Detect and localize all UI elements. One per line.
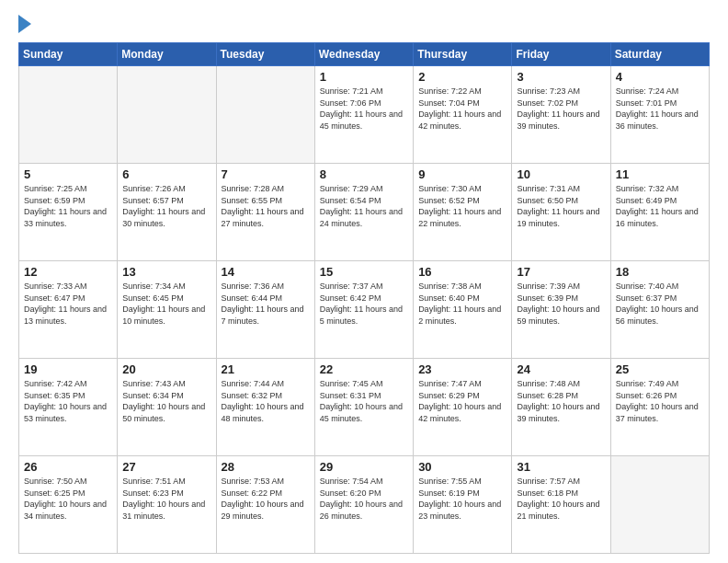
calendar-cell: 25Sunrise: 7:49 AM Sunset: 6:26 PM Dayli… [610,359,709,456]
day-number: 27 [122,460,210,474]
logo-icon [18,15,31,33]
calendar-cell: 31Sunrise: 7:57 AM Sunset: 6:18 PM Dayli… [512,456,610,554]
day-number: 12 [24,265,112,279]
calendar-cell: 10Sunrise: 7:31 AM Sunset: 6:50 PM Dayli… [512,164,610,261]
calendar-cell: 13Sunrise: 7:34 AM Sunset: 6:45 PM Dayli… [118,261,216,359]
calendar-cell: 3Sunrise: 7:23 AM Sunset: 7:02 PM Daylig… [512,66,610,164]
day-info: Sunrise: 7:54 AM Sunset: 6:20 PM Dayligh… [320,476,408,522]
calendar-header-row: SundayMondayTuesdayWednesdayThursdayFrid… [19,43,710,66]
calendar-cell: 22Sunrise: 7:45 AM Sunset: 6:31 PM Dayli… [314,359,413,456]
calendar-cell: 28Sunrise: 7:53 AM Sunset: 6:22 PM Dayli… [216,456,314,554]
day-number: 20 [122,362,210,376]
day-number: 1 [320,70,408,84]
calendar-cell: 2Sunrise: 7:22 AM Sunset: 7:04 PM Daylig… [414,66,512,164]
calendar-cell: 7Sunrise: 7:28 AM Sunset: 6:55 PM Daylig… [216,164,314,261]
day-info: Sunrise: 7:55 AM Sunset: 6:19 PM Dayligh… [418,476,506,522]
day-number: 15 [320,265,408,279]
day-info: Sunrise: 7:57 AM Sunset: 6:18 PM Dayligh… [517,476,605,522]
day-info: Sunrise: 7:44 AM Sunset: 6:32 PM Dayligh… [222,378,310,424]
calendar-cell: 5Sunrise: 7:25 AM Sunset: 6:59 PM Daylig… [19,164,118,261]
day-number: 13 [122,265,210,279]
calendar-week-row: 26Sunrise: 7:50 AM Sunset: 6:25 PM Dayli… [19,456,710,554]
day-info: Sunrise: 7:22 AM Sunset: 7:04 PM Dayligh… [418,86,506,132]
calendar-header-sunday: Sunday [19,43,118,66]
logo [18,15,35,33]
calendar-cell: 4Sunrise: 7:24 AM Sunset: 7:01 PM Daylig… [610,66,709,164]
calendar-cell: 17Sunrise: 7:39 AM Sunset: 6:39 PM Dayli… [512,261,610,359]
calendar-cell: 21Sunrise: 7:44 AM Sunset: 6:32 PM Dayli… [216,359,314,456]
calendar-cell: 12Sunrise: 7:33 AM Sunset: 6:47 PM Dayli… [19,261,118,359]
day-number: 14 [222,265,310,279]
calendar-cell: 14Sunrise: 7:36 AM Sunset: 6:44 PM Dayli… [216,261,314,359]
day-info: Sunrise: 7:26 AM Sunset: 6:57 PM Dayligh… [122,183,210,229]
calendar-cell: 6Sunrise: 7:26 AM Sunset: 6:57 PM Daylig… [118,164,216,261]
calendar-cell: 16Sunrise: 7:38 AM Sunset: 6:40 PM Dayli… [414,261,512,359]
day-number: 22 [320,362,408,376]
day-info: Sunrise: 7:33 AM Sunset: 6:47 PM Dayligh… [24,281,112,327]
day-info: Sunrise: 7:47 AM Sunset: 6:29 PM Dayligh… [418,378,506,424]
day-number: 5 [24,167,112,181]
day-info: Sunrise: 7:53 AM Sunset: 6:22 PM Dayligh… [222,476,310,522]
day-number: 10 [517,167,605,181]
day-info: Sunrise: 7:38 AM Sunset: 6:40 PM Dayligh… [418,281,506,327]
day-info: Sunrise: 7:29 AM Sunset: 6:54 PM Dayligh… [320,183,408,229]
calendar-week-row: 5Sunrise: 7:25 AM Sunset: 6:59 PM Daylig… [19,164,710,261]
calendar-cell [118,66,216,164]
day-info: Sunrise: 7:31 AM Sunset: 6:50 PM Dayligh… [517,183,605,229]
calendar-cell: 23Sunrise: 7:47 AM Sunset: 6:29 PM Dayli… [414,359,512,456]
page: SundayMondayTuesdayWednesdayThursdayFrid… [0,0,728,563]
calendar-cell: 19Sunrise: 7:42 AM Sunset: 6:35 PM Dayli… [19,359,118,456]
day-number: 2 [418,70,506,84]
day-info: Sunrise: 7:36 AM Sunset: 6:44 PM Dayligh… [222,281,310,327]
day-info: Sunrise: 7:40 AM Sunset: 6:37 PM Dayligh… [616,281,704,327]
calendar-cell: 30Sunrise: 7:55 AM Sunset: 6:19 PM Dayli… [414,456,512,554]
day-number: 31 [517,460,605,474]
day-number: 11 [616,167,704,181]
calendar-cell: 24Sunrise: 7:48 AM Sunset: 6:28 PM Dayli… [512,359,610,456]
calendar-cell: 8Sunrise: 7:29 AM Sunset: 6:54 PM Daylig… [314,164,413,261]
calendar-cell: 27Sunrise: 7:51 AM Sunset: 6:23 PM Dayli… [118,456,216,554]
calendar-header-friday: Friday [512,43,610,66]
day-info: Sunrise: 7:21 AM Sunset: 7:06 PM Dayligh… [320,86,408,132]
calendar-cell [610,456,709,554]
day-number: 19 [24,362,112,376]
day-number: 6 [122,167,210,181]
calendar-cell: 1Sunrise: 7:21 AM Sunset: 7:06 PM Daylig… [314,66,413,164]
day-number: 23 [418,362,506,376]
day-info: Sunrise: 7:24 AM Sunset: 7:01 PM Dayligh… [616,86,704,132]
day-number: 17 [517,265,605,279]
header [18,15,710,33]
day-number: 3 [517,70,605,84]
calendar-cell: 11Sunrise: 7:32 AM Sunset: 6:49 PM Dayli… [610,164,709,261]
day-info: Sunrise: 7:43 AM Sunset: 6:34 PM Dayligh… [122,378,210,424]
day-info: Sunrise: 7:34 AM Sunset: 6:45 PM Dayligh… [122,281,210,327]
calendar-cell: 15Sunrise: 7:37 AM Sunset: 6:42 PM Dayli… [314,261,413,359]
calendar-cell: 18Sunrise: 7:40 AM Sunset: 6:37 PM Dayli… [610,261,709,359]
calendar-header-monday: Monday [118,43,216,66]
day-info: Sunrise: 7:37 AM Sunset: 6:42 PM Dayligh… [320,281,408,327]
day-info: Sunrise: 7:28 AM Sunset: 6:55 PM Dayligh… [222,183,310,229]
day-number: 21 [222,362,310,376]
calendar-cell [216,66,314,164]
day-info: Sunrise: 7:39 AM Sunset: 6:39 PM Dayligh… [517,281,605,327]
day-number: 4 [616,70,704,84]
calendar-header-wednesday: Wednesday [314,43,413,66]
day-info: Sunrise: 7:49 AM Sunset: 6:26 PM Dayligh… [616,378,704,424]
day-info: Sunrise: 7:48 AM Sunset: 6:28 PM Dayligh… [517,378,605,424]
day-number: 29 [320,460,408,474]
calendar-cell: 20Sunrise: 7:43 AM Sunset: 6:34 PM Dayli… [118,359,216,456]
day-number: 25 [616,362,704,376]
calendar-week-row: 1Sunrise: 7:21 AM Sunset: 7:06 PM Daylig… [19,66,710,164]
calendar-week-row: 19Sunrise: 7:42 AM Sunset: 6:35 PM Dayli… [19,359,710,456]
day-info: Sunrise: 7:32 AM Sunset: 6:49 PM Dayligh… [616,183,704,229]
day-info: Sunrise: 7:25 AM Sunset: 6:59 PM Dayligh… [24,183,112,229]
day-number: 8 [320,167,408,181]
calendar-header-saturday: Saturday [610,43,709,66]
day-number: 7 [222,167,310,181]
calendar-cell: 9Sunrise: 7:30 AM Sunset: 6:52 PM Daylig… [414,164,512,261]
day-info: Sunrise: 7:50 AM Sunset: 6:25 PM Dayligh… [24,476,112,522]
day-number: 30 [418,460,506,474]
calendar-week-row: 12Sunrise: 7:33 AM Sunset: 6:47 PM Dayli… [19,261,710,359]
day-info: Sunrise: 7:45 AM Sunset: 6:31 PM Dayligh… [320,378,408,424]
day-info: Sunrise: 7:23 AM Sunset: 7:02 PM Dayligh… [517,86,605,132]
